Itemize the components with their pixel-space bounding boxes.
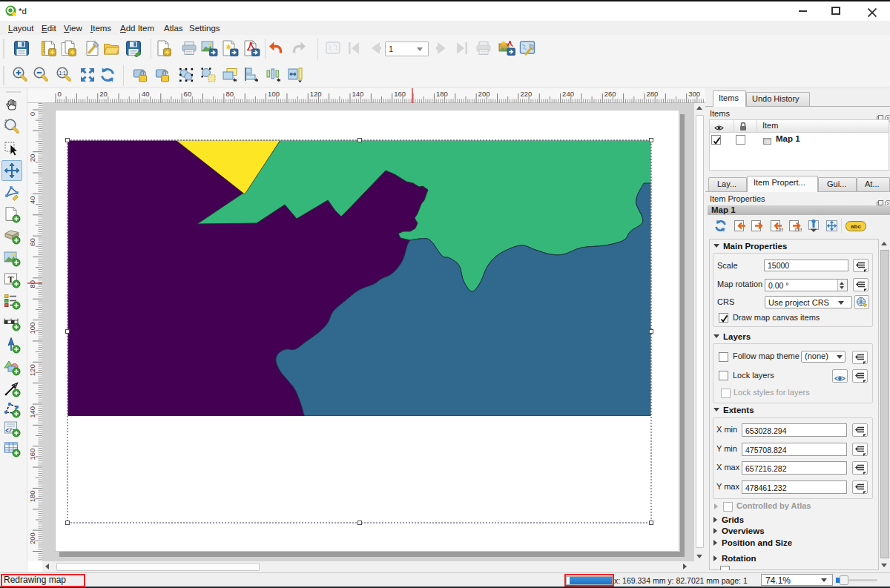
svg-text:1:23: 1:23 [794, 228, 802, 232]
svg-text:1:23: 1:23 [776, 228, 783, 232]
svg-text:120: 120 [310, 90, 322, 98]
svg-text:80: 80 [28, 280, 36, 288]
svg-text:180: 180 [28, 490, 36, 502]
svg-text:200: 200 [478, 90, 490, 98]
svg-text:120: 120 [28, 364, 36, 376]
svg-text:40: 40 [142, 90, 150, 98]
svg-text:40: 40 [28, 196, 36, 204]
svg-text:0: 0 [28, 112, 36, 116]
svg-text:140: 140 [352, 90, 364, 98]
svg-text:200: 200 [28, 532, 36, 544]
svg-text:100: 100 [28, 323, 36, 334]
svg-text:80: 80 [225, 90, 234, 98]
svg-text:abc: abc [851, 223, 861, 230]
svg-text:1:1: 1:1 [59, 70, 65, 76]
svg-text:20: 20 [99, 90, 108, 98]
svg-text:160: 160 [394, 90, 406, 98]
svg-text:60: 60 [28, 238, 36, 246]
svg-text:0: 0 [58, 90, 62, 98]
svg-text:240: 240 [562, 90, 574, 98]
svg-text:180: 180 [436, 90, 448, 98]
svg-text:280: 280 [647, 90, 659, 98]
svg-text:60: 60 [184, 90, 192, 98]
svg-text:220: 220 [520, 90, 532, 98]
svg-text:160: 160 [28, 449, 36, 460]
svg-text:300: 300 [688, 90, 700, 98]
svg-text:20: 20 [28, 154, 36, 162]
svg-text:140: 140 [28, 406, 36, 418]
svg-text:100: 100 [268, 90, 280, 98]
svg-text:260: 260 [604, 90, 616, 98]
